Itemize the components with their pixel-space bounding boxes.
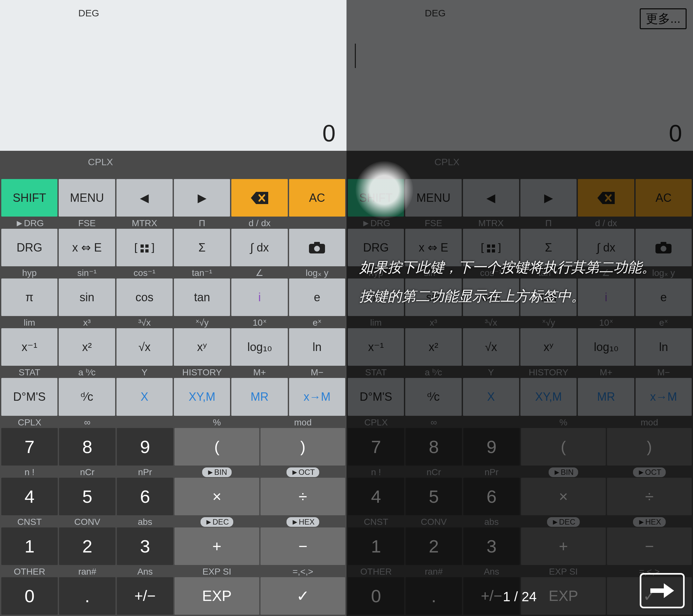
- clear-button[interactable]: AC: [636, 179, 692, 217]
- xtom-button[interactable]: x→M: [289, 378, 345, 416]
- digit-7[interactable]: 7: [348, 428, 404, 465]
- digit-6[interactable]: 6: [117, 478, 173, 515]
- cos-button[interactable]: cos: [117, 278, 173, 316]
- digit-8[interactable]: 8: [59, 428, 116, 465]
- multiply-button[interactable]: ×: [521, 478, 606, 515]
- xym-button[interactable]: XY,M: [174, 378, 230, 416]
- left-button[interactable]: ◀: [117, 179, 173, 217]
- frac-button[interactable]: ᵈ⁄c: [59, 378, 115, 416]
- digit-9[interactable]: 9: [463, 428, 520, 465]
- clear-button[interactable]: AC: [289, 179, 345, 217]
- digit-5-alt: nCr: [59, 467, 116, 478]
- sigma-button[interactable]: Σ: [174, 229, 230, 266]
- multiply-button[interactable]: ×: [175, 478, 259, 515]
- divide-button[interactable]: ÷: [260, 478, 345, 515]
- lparen-button-alt: %: [521, 417, 606, 428]
- menu-button[interactable]: MENU: [59, 179, 115, 217]
- digit-1[interactable]: 1: [348, 528, 404, 565]
- x-button[interactable]: X: [117, 378, 173, 416]
- xtom-button[interactable]: x→M: [636, 378, 692, 416]
- divide-button-alt: ►OCT: [607, 467, 692, 478]
- pm-button[interactable]: +/−: [117, 577, 173, 615]
- integral-button-alt: d / dx: [231, 218, 288, 229]
- rparen-button-alt: mod: [607, 417, 692, 428]
- tan-button[interactable]: tan: [174, 278, 230, 316]
- ln-button-alt: eˣ: [636, 317, 692, 328]
- digit-2[interactable]: 2: [405, 528, 462, 565]
- x2-button[interactable]: x²: [59, 328, 115, 366]
- dms-button-alt: STAT: [348, 367, 404, 378]
- dot-button-alt: ran#: [59, 566, 116, 577]
- pm-button-alt: Ans: [117, 566, 173, 577]
- sqrt-button[interactable]: √x: [463, 328, 519, 366]
- xinv-button[interactable]: x⁻¹: [1, 328, 57, 366]
- right-button[interactable]: ▶: [520, 179, 576, 217]
- digit-6[interactable]: 6: [463, 478, 520, 515]
- x2-button[interactable]: x²: [405, 328, 461, 366]
- e-button[interactable]: e: [289, 278, 345, 316]
- minus-button[interactable]: −: [607, 528, 692, 565]
- ln-button[interactable]: ln: [636, 328, 692, 366]
- log-button[interactable]: log₁₀: [578, 328, 634, 366]
- plus-button[interactable]: +: [175, 528, 259, 565]
- right-button[interactable]: ▶: [174, 179, 230, 217]
- digit-4[interactable]: 4: [348, 478, 404, 515]
- rparen-button[interactable]: ): [607, 428, 692, 465]
- exp-button[interactable]: EXP: [175, 577, 259, 615]
- mr-button[interactable]: MR: [578, 378, 634, 416]
- digit-4[interactable]: 4: [1, 478, 58, 515]
- left-button[interactable]: ◀: [463, 179, 519, 217]
- equals-button[interactable]: ✓: [260, 577, 345, 615]
- digit-3[interactable]: 3: [117, 528, 173, 565]
- mr-button[interactable]: MR: [231, 378, 288, 416]
- frac-button[interactable]: ᵈ⁄c: [405, 378, 461, 416]
- dms-button[interactable]: D°M'S: [348, 378, 404, 416]
- dot-button[interactable]: .: [59, 577, 116, 615]
- plus-button[interactable]: +: [521, 528, 606, 565]
- i-button[interactable]: i: [231, 278, 288, 316]
- digit-3[interactable]: 3: [463, 528, 520, 565]
- divide-button[interactable]: ÷: [607, 478, 692, 515]
- next-button[interactable]: [640, 573, 685, 608]
- more-button[interactable]: 更多...: [640, 8, 687, 29]
- lparen-button[interactable]: (: [521, 428, 606, 465]
- sin-button[interactable]: sin: [59, 278, 115, 316]
- digit-5[interactable]: 5: [59, 478, 116, 515]
- digit-2[interactable]: 2: [59, 528, 116, 565]
- menu-button[interactable]: MENU: [405, 179, 461, 217]
- pi-button[interactable]: π: [1, 278, 57, 316]
- log-button[interactable]: log₁₀: [231, 328, 288, 366]
- backspace-button[interactable]: [231, 179, 288, 217]
- xe-button[interactable]: x ⇔ E: [59, 229, 115, 266]
- digit-1[interactable]: 1: [1, 528, 58, 565]
- minus-button[interactable]: −: [260, 528, 345, 565]
- xy-button[interactable]: xʸ: [520, 328, 576, 366]
- digit-0[interactable]: 0: [1, 577, 58, 615]
- digit-7[interactable]: 7: [1, 428, 58, 465]
- xinv-button[interactable]: x⁻¹: [348, 328, 404, 366]
- digit-9[interactable]: 9: [117, 428, 173, 465]
- drg-button[interactable]: DRG: [1, 229, 57, 266]
- digit-8[interactable]: 8: [405, 428, 462, 465]
- x-button[interactable]: X: [463, 378, 519, 416]
- matrix-button[interactable]: []: [117, 229, 173, 266]
- backspace-button[interactable]: [578, 179, 634, 217]
- ln-button[interactable]: ln: [289, 328, 345, 366]
- lparen-button[interactable]: (: [175, 428, 259, 465]
- xym-button[interactable]: XY,M: [520, 378, 576, 416]
- x-button-alt: Y: [117, 367, 173, 378]
- plus-button-alt: ►DEC: [521, 517, 606, 528]
- shift-button[interactable]: SHIFT: [1, 179, 57, 217]
- digit-8-alt: ∞: [405, 417, 462, 428]
- xy-button[interactable]: xʸ: [174, 328, 230, 366]
- digit-4-alt: n !: [348, 467, 404, 478]
- digit-6-alt: nPr: [117, 467, 173, 478]
- integral-button[interactable]: ∫ dx: [231, 229, 288, 266]
- camera-button[interactable]: [289, 229, 345, 266]
- dms-button[interactable]: D°M'S: [1, 378, 57, 416]
- rparen-button[interactable]: ): [260, 428, 345, 465]
- sqrt-button[interactable]: √x: [117, 328, 173, 366]
- pm-button-alt: Ans: [463, 566, 520, 577]
- digit-5[interactable]: 5: [405, 478, 462, 515]
- clear-button-alt: [289, 168, 345, 179]
